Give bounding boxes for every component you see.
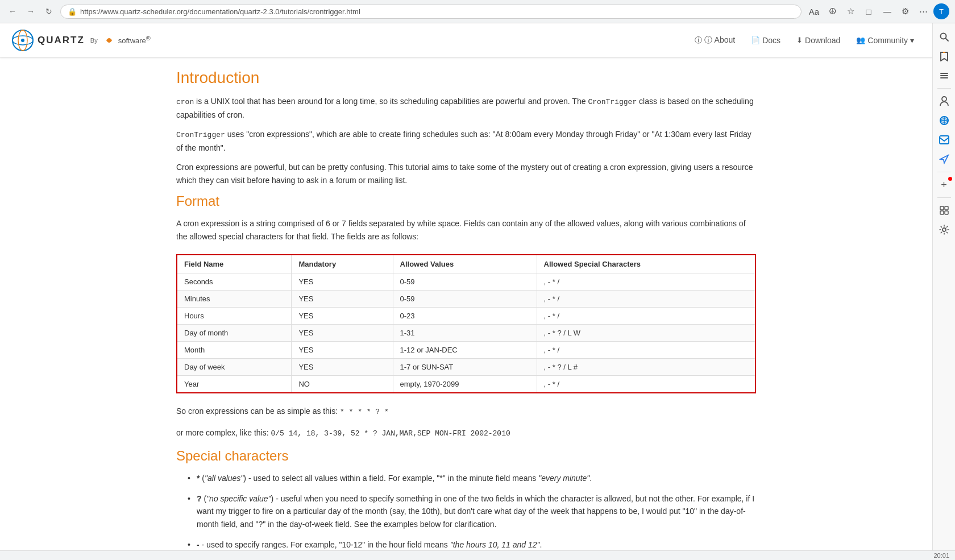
nav-about[interactable]: ⓘ ⓘ About	[688, 31, 742, 50]
nav-about-label: ⓘ About	[704, 35, 735, 45]
immersive-reader-button[interactable]: ☮	[824, 3, 840, 19]
format-heading: Format	[176, 193, 756, 209]
sidebar-extensions-button[interactable]	[935, 201, 953, 219]
nav-docs-label: Docs	[762, 36, 780, 45]
simple-expr-text: So cron expressions can be as simple as …	[176, 405, 756, 418]
navbar-brand[interactable]: QUARTZ By software®	[11, 29, 151, 52]
svg-rect-18	[940, 211, 944, 214]
table-row: Day of weekYES1-7 or SUN-SAT, - * ? / L …	[177, 358, 755, 375]
brand-name-text: QUARTZ	[38, 35, 85, 46]
article-content: Introduction cron is a UNIX tool that ha…	[153, 57, 779, 550]
tools-icon	[939, 70, 949, 81]
table-row: Day of monthYES1-31, - * ? / L W	[177, 324, 755, 341]
sidebar-tools-button[interactable]	[935, 67, 953, 85]
sidebar-user-button[interactable]	[935, 92, 953, 110]
sidebar-add-button[interactable]: +	[935, 176, 953, 194]
nav-community-label: Community ▾	[867, 36, 914, 45]
quartz-logo	[11, 29, 34, 52]
complex-expr-code: 0/5 14, 18, 3-39, 52 * ? JAN,MAR,SEP MON…	[271, 429, 510, 438]
add-badge	[948, 177, 952, 181]
cron-code-1: cron	[176, 98, 194, 106]
asterisk-char: *	[197, 474, 200, 483]
asterisk-desc-italic: "all values"	[205, 474, 243, 483]
navbar-nav: ⓘ ⓘ About 📄 Docs ⬇ Download 👥 Community …	[688, 31, 921, 50]
svg-rect-15	[940, 136, 949, 144]
list-item-asterisk: * ("all values") - used to select all va…	[188, 472, 756, 484]
question-char: ?	[197, 494, 202, 503]
brand-software-text: software®	[118, 35, 151, 45]
cell-special-2: , - * /	[537, 307, 755, 324]
cell-field-1: Minutes	[177, 290, 292, 307]
crontrigger-code-1: CronTrigger	[588, 98, 637, 106]
cell-field-3: Day of month	[177, 324, 292, 341]
nav-docs[interactable]: 📄 Docs	[744, 31, 787, 49]
favorites-button[interactable]: ☆	[842, 3, 858, 19]
right-sidebar: +	[932, 23, 955, 550]
community-icon: 👥	[856, 36, 865, 44]
cell-field-0: Seconds	[177, 273, 292, 290]
cell-special-6: , - * /	[537, 375, 755, 393]
svg-line-5	[945, 39, 948, 42]
reader-mode-button[interactable]: Aa	[806, 3, 822, 19]
col-mandatory: Mandatory	[292, 255, 393, 273]
sidebar-mail-button[interactable]	[935, 131, 953, 149]
cell-values-6: empty, 1970-2099	[393, 375, 537, 393]
table-row: SecondsYES0-59, - * /	[177, 273, 755, 290]
svg-rect-7	[940, 75, 948, 76]
cell-values-3: 1-31	[393, 324, 537, 341]
cell-special-5: , - * ? / L #	[537, 358, 755, 375]
user-icon	[940, 96, 949, 106]
cell-mandatory-2: YES	[292, 307, 393, 324]
collections-button[interactable]: ⸻	[879, 3, 895, 19]
nav-download[interactable]: ⬇ Download	[790, 31, 847, 49]
cell-mandatory-1: YES	[292, 290, 393, 307]
special-chars-list: * ("all values") - used to select all va…	[188, 472, 756, 550]
cell-field-5: Day of week	[177, 358, 292, 375]
back-button[interactable]: ←	[6, 5, 19, 18]
profile-button[interactable]: T	[933, 3, 949, 19]
extensions-button[interactable]: ⚙	[897, 3, 913, 19]
cell-field-4: Month	[177, 341, 292, 358]
brand-by-text: By	[90, 37, 98, 44]
sidebar-bookmark-button[interactable]	[935, 47, 953, 65]
main-layout: QUARTZ By software® ⓘ ⓘ About 📄 Docs ⬇	[0, 23, 955, 550]
cell-values-5: 1-7 or SUN-SAT	[393, 358, 537, 375]
forward-button[interactable]: →	[24, 5, 38, 18]
svg-rect-17	[945, 206, 948, 210]
special-chars-heading: Special characters	[176, 448, 756, 464]
list-item-dash: - - used to specify ranges. For example,…	[188, 538, 756, 550]
status-bar: 20:01	[0, 550, 955, 560]
url-text: https://www.quartz-scheduler.org/documen…	[80, 7, 360, 16]
sidebar-settings-button[interactable]	[935, 221, 953, 239]
split-view-button[interactable]: □	[861, 3, 877, 19]
cell-special-1: , - * /	[537, 290, 755, 307]
intro-paragraph-3: Cron expressions are powerful, but can b…	[176, 161, 756, 186]
extensions-icon	[939, 205, 949, 215]
software-logo	[103, 35, 115, 46]
cron-table-body: SecondsYES0-59, - * /MinutesYES0-59, - *…	[177, 273, 755, 393]
format-paragraph: A cron expression is a string comprised …	[176, 217, 756, 243]
cell-values-2: 0-23	[393, 307, 537, 324]
address-bar[interactable]: 🔒 https://www.quartz-scheduler.org/docum…	[60, 5, 802, 19]
col-special-chars: Allowed Special Characters	[537, 255, 755, 273]
sidebar-globe-button[interactable]	[935, 111, 953, 130]
nav-community[interactable]: 👥 Community ▾	[849, 31, 921, 49]
simple-expr-code: * * * * ? *	[340, 408, 389, 416]
search-icon	[939, 32, 949, 42]
cell-special-4: , - * /	[537, 341, 755, 358]
intro-paragraph-1: cron is a UNIX tool that has been around…	[176, 95, 756, 121]
introduction-heading: Introduction	[176, 69, 756, 87]
cell-special-0: , - * /	[537, 273, 755, 290]
more-button[interactable]: ⋯	[915, 3, 931, 19]
complex-expr-text: or more complex, like this: 0/5 14, 18, …	[176, 426, 756, 440]
reload-button[interactable]: ↻	[42, 5, 56, 18]
sidebar-send-button[interactable]	[935, 150, 953, 168]
svg-rect-8	[940, 73, 948, 74]
svg-rect-19	[945, 211, 948, 214]
table-row: YearNOempty, 1970-2099, - * /	[177, 375, 755, 393]
cell-values-0: 0-59	[393, 273, 537, 290]
browser-chrome: ← → ↻ 🔒 https://www.quartz-scheduler.org…	[0, 0, 955, 23]
table-row: MonthYES1-12 or JAN-DEC, - * /	[177, 341, 755, 358]
cell-mandatory-0: YES	[292, 273, 393, 290]
sidebar-search-button[interactable]	[935, 28, 953, 46]
